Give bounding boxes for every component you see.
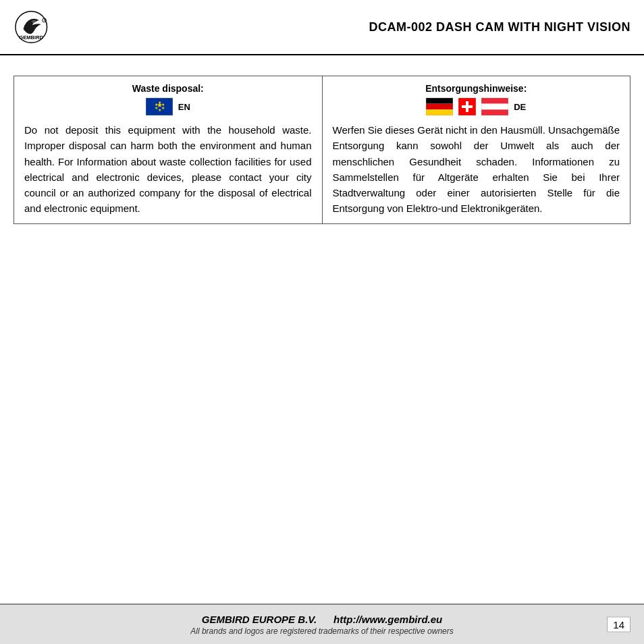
english-column: Waste disposal: ★ ★ ★ ★ ★ ★ ★ EN xyxy=(14,76,323,224)
website-url: http://www.gembird.eu xyxy=(333,614,442,625)
english-flags: ★ ★ ★ ★ ★ ★ ★ EN xyxy=(24,98,312,115)
at-flag-icon xyxy=(481,98,508,115)
svg-rect-14 xyxy=(426,109,453,115)
gembird-logo: GEMBIRD ® xyxy=(14,7,61,47)
eu-flag-icon: ★ ★ ★ ★ ★ ★ ★ xyxy=(146,98,173,115)
footer-disclaimer: All brands and logos are registered trad… xyxy=(190,626,454,636)
svg-rect-12 xyxy=(426,98,453,104)
page-number: 14 xyxy=(607,617,630,633)
svg-rect-19 xyxy=(481,98,508,104)
german-column: Entsorgungshinweise: xyxy=(322,76,630,224)
english-header: Waste disposal: xyxy=(24,83,312,94)
svg-text:★: ★ xyxy=(154,106,157,110)
svg-rect-21 xyxy=(481,109,508,115)
main-content: Waste disposal: ★ ★ ★ ★ ★ ★ ★ EN xyxy=(0,55,644,603)
waste-table: Waste disposal: ★ ★ ★ ★ ★ ★ ★ EN xyxy=(14,76,630,224)
page-header: GEMBIRD ® DCAM-002 DASH CAM WITH NIGHT V… xyxy=(0,0,644,55)
product-title: DCAM-002 DASH CAM WITH NIGHT VISION xyxy=(369,20,630,34)
company-name: GEMBIRD EUROPE B.V. xyxy=(202,614,317,625)
ch-flag-icon xyxy=(458,98,476,115)
english-lang-label: EN xyxy=(178,102,190,112)
de-flag-icon xyxy=(426,98,453,115)
svg-rect-13 xyxy=(426,104,453,110)
logo-area: GEMBIRD ® xyxy=(14,7,61,47)
german-lang-label: DE xyxy=(514,102,526,112)
german-flags: DE xyxy=(333,98,620,115)
svg-text:GEMBIRD: GEMBIRD xyxy=(19,34,43,41)
german-text: Werfen Sie dieses Gerät nicht in den Hau… xyxy=(333,122,620,217)
german-header: Entsorgungshinweise: xyxy=(333,83,620,94)
page-footer: GEMBIRD EUROPE B.V. http://www.gembird.e… xyxy=(0,603,644,644)
svg-text:★: ★ xyxy=(161,106,164,110)
svg-rect-18 xyxy=(462,105,473,108)
svg-text:®: ® xyxy=(43,20,45,22)
footer-company-website: GEMBIRD EUROPE B.V. http://www.gembird.e… xyxy=(202,614,442,625)
english-text: Do not deposit this equipment with the h… xyxy=(24,122,312,217)
svg-rect-20 xyxy=(481,104,508,110)
